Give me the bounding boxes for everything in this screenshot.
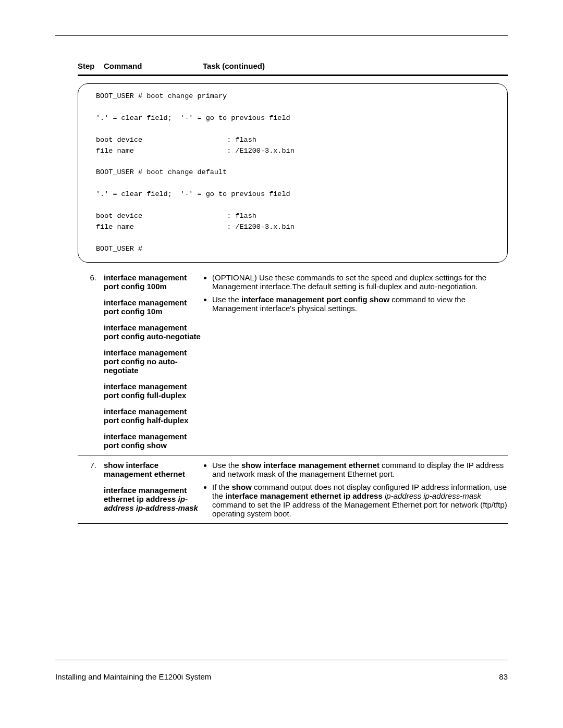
table-row: 6. interface management port config 100m… <box>78 268 508 455</box>
task-list: Use the show interface management ethern… <box>203 461 508 518</box>
command-column: show interface management ethernet inter… <box>104 461 203 518</box>
page: Step Command Task (continued) BOOT_USER … <box>0 0 563 728</box>
command-text: show interface management ethernet <box>104 461 203 478</box>
command-italic: ip-address-mask <box>136 503 198 512</box>
terminal-output: BOOT_USER # boot change primary '.' = cl… <box>78 83 508 263</box>
task-text: If the <box>212 483 232 491</box>
task-column: (OPTIONAL) Use these commands to set the… <box>203 273 508 450</box>
header-task: Task (continued) <box>203 61 508 70</box>
command-inline: show <box>232 483 252 491</box>
command-text: interface management port config no auto… <box>104 348 203 375</box>
top-rule <box>55 35 508 36</box>
command-text: interface management port config show <box>104 432 203 450</box>
command-inline: interface management port config show <box>241 295 389 304</box>
task-text: Use the <box>212 461 241 470</box>
command-text: interface management port config half-du… <box>104 407 203 425</box>
task-column: Use the show interface management ethern… <box>203 461 508 518</box>
list-item: Use the show interface management ethern… <box>212 461 508 478</box>
list-item: If the show command output does not disp… <box>212 483 508 518</box>
command-text: interface management port config 100m <box>104 273 203 291</box>
footer-rule <box>55 660 508 660</box>
command-text: interface management port config full-du… <box>104 382 203 400</box>
command-column: interface management port config 100m in… <box>104 273 203 450</box>
command-italic: ip-address ip-address-mask <box>385 491 481 500</box>
footer-text: Installing and Maintaining the E1200i Sy… <box>55 672 508 681</box>
command-text: interface management port config auto-ne… <box>104 323 203 341</box>
list-item: (OPTIONAL) Use these commands to set the… <box>212 273 508 291</box>
table-header-row: Step Command Task (continued) <box>78 61 508 76</box>
command-text: interface management port config 10m <box>104 298 203 316</box>
command-text: interface management ethernet ip address… <box>104 486 203 512</box>
task-text: Use the <box>212 295 241 304</box>
footer-left: Installing and Maintaining the E1200i Sy… <box>55 672 211 681</box>
header-command: Command <box>104 61 203 70</box>
command-inline: show interface management ethernet <box>241 461 380 470</box>
page-number: 83 <box>499 672 508 681</box>
step-number: 7. <box>78 461 104 518</box>
command-bold: interface management ethernet ip address <box>104 486 187 503</box>
code-block-container: BOOT_USER # boot change primary '.' = cl… <box>78 83 508 263</box>
content-area: Step Command Task (continued) BOOT_USER … <box>78 61 508 524</box>
page-footer: Installing and Maintaining the E1200i Sy… <box>55 672 508 681</box>
table-row: 7. show interface management ethernet in… <box>78 455 508 524</box>
header-step: Step <box>78 61 104 70</box>
step-number: 6. <box>78 273 104 450</box>
command-inline: interface management ethernet ip address <box>225 491 383 500</box>
task-list: (OPTIONAL) Use these commands to set the… <box>203 273 508 313</box>
task-text: command to set the IP address of the Man… <box>212 500 507 518</box>
list-item: Use the interface management port config… <box>212 295 508 313</box>
